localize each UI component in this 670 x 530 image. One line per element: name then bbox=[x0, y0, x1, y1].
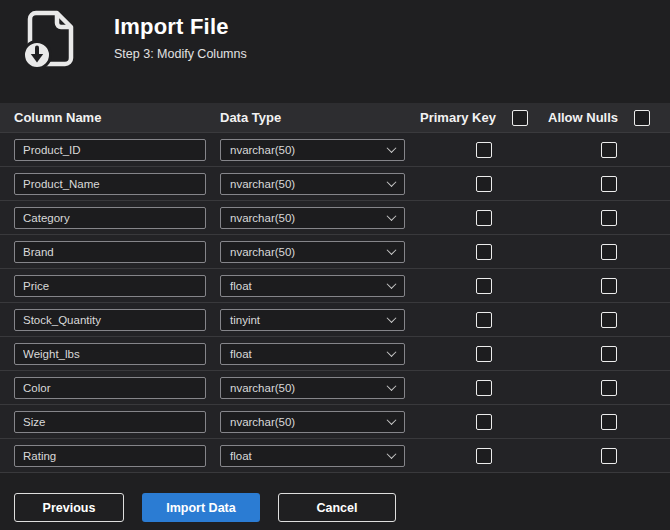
column-name-input[interactable] bbox=[14, 411, 206, 433]
column-name-input[interactable] bbox=[14, 445, 206, 467]
primary-key-checkbox[interactable] bbox=[476, 244, 492, 260]
data-type-value: tinyint bbox=[230, 314, 260, 326]
primary-key-checkbox[interactable] bbox=[476, 380, 492, 396]
data-type-value: float bbox=[230, 348, 252, 360]
data-type-header: Data Type bbox=[220, 110, 420, 125]
chevron-down-icon bbox=[387, 177, 397, 187]
data-type-value: nvarchar(50) bbox=[230, 382, 295, 394]
primary-key-header: Primary Key bbox=[420, 110, 496, 125]
data-type-select[interactable]: nvarchar(50) bbox=[220, 411, 405, 433]
data-type-select[interactable]: nvarchar(50) bbox=[220, 377, 405, 399]
primary-key-checkbox[interactable] bbox=[476, 142, 492, 158]
data-type-value: nvarchar(50) bbox=[230, 178, 295, 190]
data-type-select[interactable]: float bbox=[220, 445, 405, 467]
primary-key-checkbox[interactable] bbox=[476, 312, 492, 328]
allow-nulls-checkbox[interactable] bbox=[601, 210, 617, 226]
column-name-input[interactable] bbox=[14, 241, 206, 263]
table-row: nvarchar(50) bbox=[0, 167, 670, 201]
table-body: nvarchar(50) nvarchar(50) bbox=[0, 133, 670, 473]
allow-nulls-checkbox[interactable] bbox=[601, 312, 617, 328]
chevron-down-icon bbox=[387, 381, 397, 391]
table-row: nvarchar(50) bbox=[0, 405, 670, 439]
column-name-input[interactable] bbox=[14, 139, 206, 161]
allow-nulls-header: Allow Nulls bbox=[548, 110, 618, 125]
allow-nulls-checkbox[interactable] bbox=[601, 346, 617, 362]
chevron-down-icon bbox=[387, 415, 397, 425]
page-subtitle: Step 3: Modify Columns bbox=[114, 47, 247, 61]
header-text: Import File Step 3: Modify Columns bbox=[114, 10, 247, 61]
cancel-button[interactable]: Cancel bbox=[278, 493, 396, 522]
previous-button[interactable]: Previous bbox=[14, 493, 124, 522]
chevron-down-icon bbox=[387, 211, 397, 221]
table-row: float bbox=[0, 269, 670, 303]
page-title: Import File bbox=[114, 14, 247, 40]
data-type-value: float bbox=[230, 280, 252, 292]
chevron-down-icon bbox=[387, 449, 397, 459]
primary-key-checkbox[interactable] bbox=[476, 278, 492, 294]
table-row: float bbox=[0, 439, 670, 473]
primary-key-checkbox[interactable] bbox=[476, 210, 492, 226]
data-type-select[interactable]: nvarchar(50) bbox=[220, 139, 405, 161]
data-type-select[interactable]: nvarchar(50) bbox=[220, 241, 405, 263]
table-row: tinyint bbox=[0, 303, 670, 337]
allow-nulls-checkbox[interactable] bbox=[601, 142, 617, 158]
column-name-input[interactable] bbox=[14, 343, 206, 365]
data-type-value: nvarchar(50) bbox=[230, 416, 295, 428]
allow-nulls-checkbox[interactable] bbox=[601, 244, 617, 260]
column-name-input[interactable] bbox=[14, 207, 206, 229]
data-type-value: nvarchar(50) bbox=[230, 246, 295, 258]
column-name-header: Column Name bbox=[14, 110, 220, 125]
table-header-row: Column Name Data Type Primary Key Allow … bbox=[0, 103, 670, 133]
primary-key-checkbox[interactable] bbox=[476, 176, 492, 192]
column-name-input[interactable] bbox=[14, 173, 206, 195]
table-row: float bbox=[0, 337, 670, 371]
data-type-select[interactable]: tinyint bbox=[220, 309, 405, 331]
data-type-value: nvarchar(50) bbox=[230, 212, 295, 224]
dialog-footer: Previous Import Data Cancel bbox=[0, 473, 670, 522]
table-row: nvarchar(50) bbox=[0, 371, 670, 405]
column-name-input[interactable] bbox=[14, 309, 206, 331]
allow-nulls-select-all-checkbox[interactable] bbox=[634, 110, 650, 126]
data-type-value: nvarchar(50) bbox=[230, 144, 295, 156]
import-file-dialog: Import File Step 3: Modify Columns Colum… bbox=[0, 0, 670, 530]
chevron-down-icon bbox=[387, 279, 397, 289]
allow-nulls-checkbox[interactable] bbox=[601, 176, 617, 192]
data-type-select[interactable]: nvarchar(50) bbox=[220, 173, 405, 195]
chevron-down-icon bbox=[387, 245, 397, 255]
data-type-select[interactable]: nvarchar(50) bbox=[220, 207, 405, 229]
chevron-down-icon bbox=[387, 143, 397, 153]
primary-key-select-all-checkbox[interactable] bbox=[512, 110, 528, 126]
table-row: nvarchar(50) bbox=[0, 201, 670, 235]
primary-key-checkbox[interactable] bbox=[476, 414, 492, 430]
primary-key-checkbox[interactable] bbox=[476, 448, 492, 464]
columns-table: Column Name Data Type Primary Key Allow … bbox=[0, 103, 670, 473]
table-row: nvarchar(50) bbox=[0, 235, 670, 269]
allow-nulls-checkbox[interactable] bbox=[601, 380, 617, 396]
data-type-select[interactable]: float bbox=[220, 343, 405, 365]
column-name-input[interactable] bbox=[14, 275, 206, 297]
data-type-value: float bbox=[230, 450, 252, 462]
table-row: nvarchar(50) bbox=[0, 133, 670, 167]
import-data-button[interactable]: Import Data bbox=[142, 493, 260, 522]
chevron-down-icon bbox=[387, 313, 397, 323]
chevron-down-icon bbox=[387, 347, 397, 357]
import-file-icon bbox=[20, 10, 86, 70]
allow-nulls-checkbox[interactable] bbox=[601, 414, 617, 430]
data-type-select[interactable]: float bbox=[220, 275, 405, 297]
column-name-input[interactable] bbox=[14, 377, 206, 399]
allow-nulls-checkbox[interactable] bbox=[601, 278, 617, 294]
allow-nulls-checkbox[interactable] bbox=[601, 448, 617, 464]
primary-key-checkbox[interactable] bbox=[476, 346, 492, 362]
dialog-header: Import File Step 3: Modify Columns bbox=[0, 0, 670, 68]
